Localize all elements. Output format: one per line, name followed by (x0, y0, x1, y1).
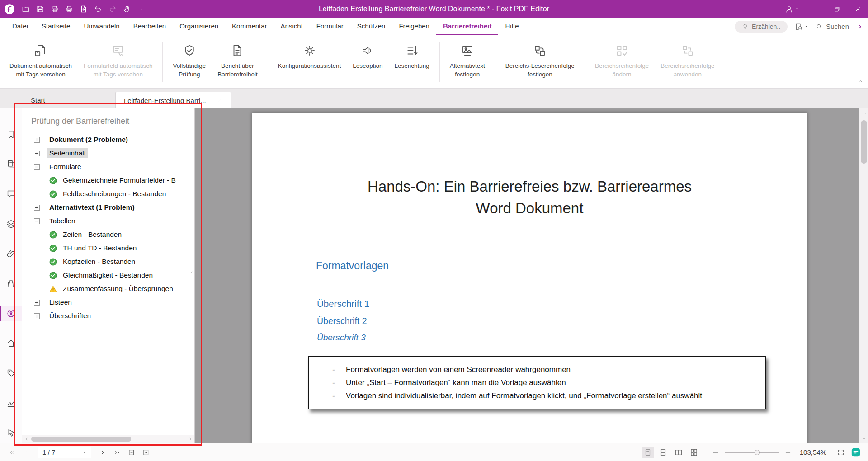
ribbon-button-bereichsreihenfolge-anwenden[interactable]: Bereichsreihenfolgeanwenden (655, 38, 720, 86)
tree-item-zeilen-bestanden[interactable]: Zeilen - Bestanden (22, 228, 194, 241)
share-document-button[interactable] (77, 2, 90, 16)
ribbon-button-vollstaendige-pruefung[interactable]: VollständigePrüfung (167, 38, 211, 86)
document-tab-leitfaden-erstellung-barri[interactable]: Leitfaden-Erstellung Barri... (115, 92, 231, 108)
sidebar-layers-button[interactable] (0, 216, 22, 231)
expand-plus-icon[interactable] (34, 300, 40, 306)
expand-plus-icon[interactable] (34, 205, 40, 211)
expand-toolbar-button[interactable] (856, 23, 863, 30)
tree-item-zusammenfassung-uebersprungen[interactable]: Zusammenfassung - Übersprungen (22, 282, 194, 296)
expand-plus-icon[interactable] (34, 313, 40, 319)
minimize-button[interactable] (806, 0, 826, 18)
next-page-button[interactable] (97, 447, 108, 458)
document-view[interactable]: Hands-On: Ein Barrierefreies bzw. Barrie… (195, 108, 859, 443)
menu-tab-kommentar[interactable]: Kommentar (225, 18, 274, 35)
menu-tab-ansicht[interactable]: Ansicht (274, 18, 310, 35)
ribbon-button-formularfeld-automatisch-mit-tags-versehen[interactable]: Formularfeld automatischmit Tags versehe… (78, 38, 158, 86)
sidebar-page-thumbnails-button[interactable] (0, 156, 22, 172)
menu-tab-bearbeiten[interactable]: Bearbeiten (127, 18, 173, 35)
advanced-search-button[interactable] (795, 23, 808, 31)
scroll-down-icon[interactable] (859, 434, 868, 443)
scroll-left-icon[interactable] (22, 435, 30, 443)
tree-item-seiteninhalt[interactable]: Seiteninhalt (22, 146, 194, 160)
sidebar-tags-button[interactable] (0, 365, 22, 381)
scrollbar-thumb[interactable] (861, 120, 867, 164)
zoom-slider-thumb[interactable] (755, 450, 760, 455)
ribbon-button-leseoption[interactable]: Leseoption (347, 38, 388, 86)
print-button[interactable] (48, 2, 61, 16)
sidebar-bookmarks-button[interactable] (0, 127, 22, 142)
tree-item-th-und-td-bestanden[interactable]: TH und TD - Bestanden (22, 241, 194, 255)
scroll-right-icon[interactable] (186, 435, 194, 443)
menu-tab-startseite[interactable]: Startseite (35, 18, 77, 35)
undo-button[interactable] (91, 2, 105, 16)
close-button[interactable] (847, 0, 868, 18)
ribbon-button-leserichtung[interactable]: Leserichtung (389, 38, 434, 86)
first-page-button[interactable] (6, 447, 18, 458)
ribbon-button-alternativtext-festlegen[interactable]: Alternativtextfestlegen (444, 38, 491, 86)
pdf-page[interactable]: Hands-On: Ein Barrierefreies bzw. Barrie… (252, 113, 807, 443)
tree-item-formulare[interactable]: Formulare (22, 160, 194, 174)
open-file-button[interactable] (19, 2, 33, 16)
sidebar-comments-button[interactable] (0, 186, 22, 202)
expand-plus-icon[interactable] (34, 151, 40, 156)
menu-tab-datei[interactable]: Datei (5, 18, 35, 35)
continuous-view-button[interactable] (657, 447, 670, 458)
tell-me-search[interactable]: Erzählen.. (735, 21, 788, 33)
menu-tab-umwandeln[interactable]: Umwandeln (77, 18, 126, 35)
ribbon-button-dokument-automatisch-mit-tags-versehen[interactable]: Dokument automatischmit Tags versehen (4, 38, 77, 86)
save-file-button[interactable] (33, 2, 47, 16)
continuous-facing-view-button[interactable] (688, 447, 700, 458)
tree-item-ueberschriften[interactable]: Überschriften (22, 309, 194, 323)
tree-item-gekennzeichnete-formularfelder-b[interactable]: Gekennzeichnete Formularfelder - B (22, 174, 194, 187)
vertical-scrollbar[interactable] (859, 108, 868, 443)
zoom-slider[interactable] (725, 447, 779, 458)
hand-tool-button[interactable] (120, 2, 134, 16)
single-page-view-button[interactable] (642, 447, 654, 458)
scrollbar-track[interactable] (30, 435, 186, 443)
sidebar-accessibility-button[interactable] (0, 306, 22, 321)
close-tab-icon[interactable] (217, 98, 223, 103)
page-number-box[interactable]: 1 / 7 (38, 447, 91, 458)
quick-print-button[interactable] (62, 2, 76, 16)
tree-item-gleichmaessigkeit-bestanden[interactable]: Gleichmäßigkeit - Bestanden (22, 268, 194, 282)
fullscreen-button[interactable] (835, 447, 847, 458)
menu-tab-hilfe[interactable]: Hilfe (498, 18, 525, 35)
ribbon-button-bereichsreihenfolge-aendern[interactable]: Bereichsreihenfolgeändern (590, 38, 654, 86)
tree-item-alternativtext-1-problem[interactable]: Alternativtext (1 Problem) (22, 201, 194, 214)
menu-tab-barrierefreiheit[interactable]: Barrierefreiheit (436, 18, 499, 35)
sidebar-attachments-button[interactable] (0, 246, 22, 261)
collapse-minus-icon[interactable] (34, 164, 40, 170)
tree-item-tabellen[interactable]: Tabellen (22, 214, 194, 228)
expand-plus-icon[interactable] (34, 137, 40, 143)
panel-horizontal-scrollbar[interactable] (22, 435, 194, 443)
search-box[interactable]: Suchen (816, 23, 849, 30)
sidebar-articles-button[interactable] (0, 425, 22, 440)
zoom-in-button[interactable] (782, 447, 794, 458)
sidebar-destinations-button[interactable] (0, 335, 22, 351)
foxit-logo-icon[interactable] (4, 3, 15, 15)
previous-view-button[interactable] (126, 447, 137, 458)
tree-item-dokument-2-probleme[interactable]: Dokument (2 Probleme) (22, 133, 194, 146)
scroll-up-icon[interactable] (859, 108, 868, 118)
zoom-out-button[interactable] (710, 447, 722, 458)
tree-item-listeen[interactable]: Listeen (22, 296, 194, 309)
collapse-ribbon-button[interactable] (857, 78, 863, 85)
scrollbar-thumb[interactable] (31, 437, 131, 442)
restore-button[interactable] (826, 0, 847, 18)
account-button[interactable] (778, 0, 806, 18)
redo-button[interactable] (106, 2, 119, 16)
zoom-level[interactable]: 103,54% (800, 448, 826, 456)
collapse-minus-icon[interactable] (34, 218, 40, 224)
ribbon-button-bereichs-lesereihenfolge-festlegen[interactable]: Bereichs-Lesereihenfolgefestlegen (500, 38, 580, 86)
menu-tab-schuetzen[interactable]: Schützen (350, 18, 392, 35)
menu-tab-formular[interactable]: Formular (310, 18, 350, 35)
tree-item-feldbeschreibungen-bestanden[interactable]: Feldbeschreibungen - Bestanden (22, 187, 194, 201)
next-view-button[interactable] (140, 447, 152, 458)
sidebar-digital-signatures-button[interactable] (0, 395, 22, 410)
last-page-button[interactable] (111, 447, 123, 458)
menu-tab-organisieren[interactable]: Organisieren (173, 18, 225, 35)
ai-assistant-button[interactable] (850, 447, 862, 458)
ribbon-button-konfigurationsassistent[interactable]: Konfigurationsassistent (273, 38, 347, 86)
document-tab-start[interactable]: Start (23, 92, 115, 108)
facing-view-button[interactable] (672, 447, 685, 458)
